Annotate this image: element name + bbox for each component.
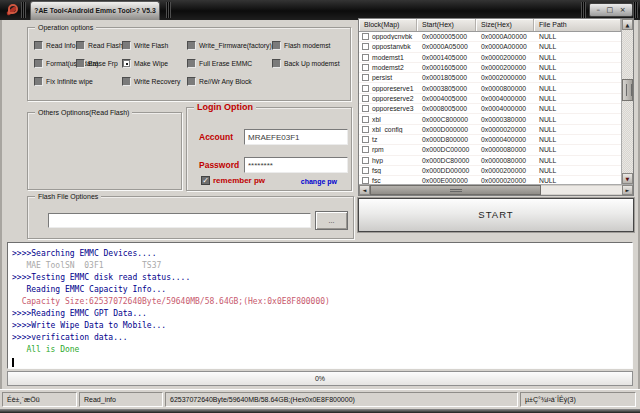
row-checkbox[interactable] [362, 64, 369, 71]
console-log[interactable]: >>>>Searching EMMC Devices.... MAE ToolS… [7, 242, 633, 369]
scroll-up-icon[interactable]: ▲ [622, 19, 633, 30]
block-name: opporeserve1 [372, 85, 414, 92]
row-checkbox[interactable] [362, 167, 369, 174]
row-checkbox[interactable] [362, 54, 369, 61]
block-cell: fsg [359, 167, 417, 174]
block-path: NULL [534, 146, 621, 153]
window-controls: – □ × [589, 3, 633, 17]
table-row[interactable]: xbl_config0x000D0000000x0000020000NULL [359, 125, 621, 135]
checkbox-icon[interactable] [122, 41, 131, 50]
minimize-button[interactable]: – [597, 4, 601, 16]
checkbox-icon[interactable] [34, 77, 43, 86]
scroll-right-icon[interactable]: ► [622, 185, 633, 195]
vertical-scrollbar[interactable]: ▲ ▼ [621, 19, 633, 184]
operation-option[interactable]: Fix Infinite wipe [34, 77, 76, 86]
checkbox-icon[interactable] [272, 59, 281, 68]
column-header[interactable]: File Path [534, 19, 621, 31]
block-start: 0x000DC80000 [417, 157, 476, 164]
table-row[interactable]: hyp0x000DC800000x0000080000NULL [359, 156, 621, 166]
flash-file-path-field[interactable] [48, 213, 311, 228]
operation-option[interactable]: Re//Wr Any Block [187, 77, 272, 86]
table-row[interactable]: fsc0x000E0000000x0000020000NULL [359, 176, 621, 184]
table-row[interactable]: opporeserve10x00038050000x0000800000NULL [359, 83, 621, 93]
scroll-left-icon[interactable]: ◄ [359, 185, 370, 195]
app-window: ?AE Tool<Android Emmc Tool>? V5.3 – □ × … [0, 0, 640, 413]
row-checkbox[interactable] [362, 95, 369, 102]
block-name: xbl_config [372, 126, 403, 133]
table-row[interactable]: oppostanvbk0x0000A050000x0000A00000NULL [359, 42, 621, 52]
account-field[interactable] [244, 129, 348, 145]
start-button[interactable]: START [358, 198, 634, 232]
operation-option[interactable]: Make Wipe [122, 59, 187, 68]
operation-option[interactable]: Write Flash [122, 41, 187, 50]
status-bar: Éè±¸´æÖü Read_info 62537072640Byte/59640… [0, 389, 640, 409]
operation-option[interactable]: Flash modemst [272, 41, 347, 50]
text-cursor [12, 358, 14, 367]
row-checkbox[interactable] [362, 85, 369, 92]
checkbox-icon[interactable] [34, 41, 43, 50]
column-header[interactable]: Block(Map) [359, 19, 417, 31]
table-row[interactable]: xbl0x000C8000000x0000380000NULL [359, 114, 621, 124]
password-field[interactable] [244, 157, 348, 173]
login-title: Login Option [194, 103, 256, 112]
table-row[interactable]: opporeserve30x00080050000x0004000000NULL [359, 104, 621, 114]
operation-option[interactable]: Write_Firmware(factory) [187, 41, 272, 50]
horizontal-scrollbar[interactable]: ◄ ► [359, 184, 633, 195]
row-checkbox[interactable] [362, 43, 369, 50]
table-row[interactable]: oppodycnvbk0x00000050000x0000A00000NULL [359, 32, 621, 42]
table-row[interactable]: fsg0x000DD000000x0000200000NULL [359, 166, 621, 176]
checkbox-icon[interactable] [122, 59, 131, 68]
status-operation: Read_info [79, 392, 163, 407]
remember-pw-option[interactable]: remember pw [201, 176, 265, 185]
checkbox-icon[interactable] [187, 77, 196, 86]
row-checkbox[interactable] [362, 157, 369, 164]
column-header[interactable]: Start(Hex) [417, 19, 476, 31]
title-bar[interactable]: ?AE Tool<Android Emmc Tool>? V5.3 – □ × [0, 0, 640, 20]
block-cell: opporeserve3 [359, 105, 417, 112]
row-checkbox[interactable] [362, 116, 369, 123]
checkbox-icon[interactable] [187, 59, 196, 68]
scroll-down-icon[interactable]: ▼ [622, 173, 633, 184]
table-row[interactable]: modemst10x00014050000x0000200000NULL [359, 53, 621, 63]
operation-options-group: Operation options Read InfoRead FlashWri… [27, 27, 351, 101]
block-start: 0x0001405000 [417, 54, 476, 61]
checkbox-icon[interactable] [76, 41, 85, 50]
operation-option[interactable]: Erase Frp [76, 59, 122, 68]
horizontal-scrollbar-track[interactable] [541, 186, 622, 194]
operation-option[interactable]: Read Flash [76, 41, 122, 50]
block-name: xbl [372, 116, 381, 123]
operation-option[interactable]: Format(userdata) [34, 59, 76, 68]
maximize-button[interactable]: □ [607, 4, 614, 16]
row-checkbox[interactable] [362, 126, 369, 133]
checkbox-icon[interactable] [122, 77, 131, 86]
block-name: persist [372, 74, 392, 81]
browse-button[interactable]: ... [315, 211, 348, 230]
row-checkbox[interactable] [362, 105, 369, 112]
block-path: NULL [534, 105, 621, 112]
remember-pw-checkbox[interactable] [201, 176, 210, 185]
table-row[interactable]: opporeserve20x00040050000x0004000000NULL [359, 94, 621, 104]
close-button[interactable]: × [620, 4, 626, 16]
checkbox-icon[interactable] [272, 41, 281, 50]
horizontal-scrollbar-thumb[interactable] [370, 185, 541, 195]
column-header[interactable]: Size(Hex) [476, 19, 534, 31]
table-row[interactable]: tz0x000D8000000x0000400000NULL [359, 135, 621, 145]
row-checkbox[interactable] [362, 33, 369, 40]
table-row[interactable]: persist0x00018050000x0002000000NULL [359, 73, 621, 83]
checkbox-icon[interactable] [76, 59, 85, 68]
checkbox-icon[interactable] [34, 59, 43, 68]
operation-option[interactable]: Write Recovery [122, 77, 187, 86]
console-line: >>>>Searching EMMC Devices.... [12, 248, 630, 260]
row-checkbox[interactable] [362, 136, 369, 143]
row-checkbox[interactable] [362, 146, 369, 153]
change-pw-link[interactable]: change pw [301, 178, 337, 185]
row-checkbox[interactable] [362, 177, 369, 184]
table-row[interactable]: modemst20x00016050000x0000200000NULL [359, 63, 621, 73]
table-row[interactable]: rpm0x000DC000000x0000080000NULL [359, 145, 621, 155]
operation-option[interactable]: Read Info [34, 41, 76, 50]
operation-option[interactable]: Full Erase EMMC [187, 59, 272, 68]
checkbox-icon[interactable] [187, 41, 196, 50]
row-checkbox[interactable] [362, 74, 369, 81]
vertical-scrollbar-thumb[interactable] [622, 79, 633, 101]
operation-option[interactable]: Back Up modemst [272, 59, 347, 68]
